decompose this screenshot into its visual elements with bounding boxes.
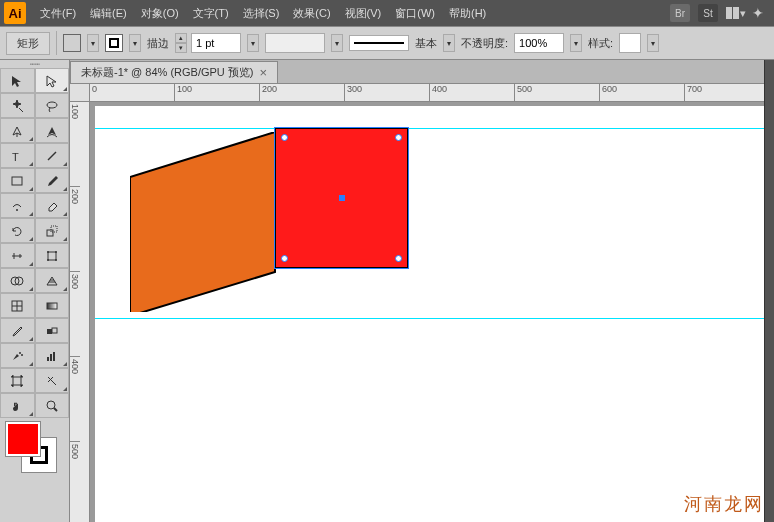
selection-handle[interactable]: [281, 134, 288, 141]
svg-rect-3: [12, 177, 22, 185]
free-transform-tool[interactable]: [35, 243, 70, 268]
selection-center-icon[interactable]: [339, 195, 345, 201]
mesh-tool[interactable]: [0, 293, 35, 318]
app-logo-icon: Ai: [4, 2, 26, 24]
eyedropper-tool[interactable]: [0, 318, 35, 343]
tab-close-icon[interactable]: ×: [260, 65, 268, 80]
variable-width-profile[interactable]: [265, 33, 325, 53]
orange-polygon-shape[interactable]: [130, 132, 280, 312]
color-picker[interactable]: [0, 418, 69, 470]
menu-edit[interactable]: 编辑(E): [84, 3, 133, 24]
type-tool[interactable]: T: [0, 143, 35, 168]
bridge-icon[interactable]: Br: [670, 4, 690, 22]
arrange-docs-icon[interactable]: ▾: [726, 7, 744, 19]
ruler-origin[interactable]: [70, 84, 90, 102]
svg-rect-15: [47, 303, 57, 309]
svg-rect-20: [47, 357, 49, 361]
magic-wand-tool[interactable]: [0, 93, 35, 118]
gpu-icon[interactable]: ✦: [752, 5, 764, 21]
ruler-tick: 300: [345, 84, 430, 101]
symbol-sprayer-tool[interactable]: [0, 343, 35, 368]
opacity-dropdown-icon[interactable]: ▾: [570, 34, 582, 52]
selection-bounding-box[interactable]: [274, 127, 409, 269]
menu-help[interactable]: 帮助(H): [443, 3, 492, 24]
shape-builder-tool[interactable]: [0, 268, 35, 293]
opacity-input[interactable]: [514, 33, 564, 53]
eraser-tool[interactable]: [35, 193, 70, 218]
paintbrush-tool[interactable]: [35, 168, 70, 193]
toolbox-grip-icon[interactable]: ┅┅: [0, 60, 69, 68]
menu-select[interactable]: 选择(S): [237, 3, 286, 24]
svg-point-4: [16, 209, 18, 211]
menu-effect[interactable]: 效果(C): [287, 3, 336, 24]
artboard-tool[interactable]: [0, 368, 35, 393]
menu-type[interactable]: 文字(T): [187, 3, 235, 24]
ruler-tick: 600: [600, 84, 685, 101]
vwp-dropdown-icon[interactable]: ▾: [331, 34, 343, 52]
tab-active[interactable]: 未标题-1* @ 84% (RGB/GPU 预览) ×: [70, 61, 278, 83]
line-tool[interactable]: [35, 143, 70, 168]
blend-tool[interactable]: [35, 318, 70, 343]
ruler-tick: 100: [70, 102, 80, 187]
hand-tool[interactable]: [0, 393, 35, 418]
ruler-tick: 200: [260, 84, 345, 101]
gradient-tool[interactable]: [35, 293, 70, 318]
stroke-up-icon[interactable]: ▴: [175, 33, 187, 43]
brush-dropdown-icon[interactable]: ▾: [443, 34, 455, 52]
svg-point-18: [19, 352, 21, 354]
menu-window[interactable]: 窗口(W): [389, 3, 441, 24]
style-label: 样式:: [588, 36, 613, 51]
stroke-width-dropdown-icon[interactable]: ▾: [247, 34, 259, 52]
direct-selection-tool[interactable]: [35, 68, 70, 93]
ruler-horizontal[interactable]: 0 100 200 300 400 500 600 700: [90, 84, 774, 102]
scale-tool[interactable]: [35, 218, 70, 243]
tab-title: 未标题-1* @ 84% (RGB/GPU 预览): [81, 65, 254, 80]
guide-horizontal[interactable]: [95, 128, 774, 129]
selection-handle[interactable]: [395, 134, 402, 141]
column-graph-tool[interactable]: [35, 343, 70, 368]
pen-tool[interactable]: [0, 118, 35, 143]
zoom-tool[interactable]: [35, 393, 70, 418]
fill-swatch[interactable]: [63, 34, 81, 52]
svg-line-25: [54, 408, 57, 411]
shaper-tool[interactable]: [0, 193, 35, 218]
guide-horizontal[interactable]: [95, 318, 774, 319]
canvas-area[interactable]: 0 100 200 300 400 500 600 700 100 200 30…: [70, 84, 774, 522]
svg-rect-21: [50, 354, 52, 361]
svg-point-19: [21, 354, 23, 356]
perspective-grid-tool[interactable]: [35, 268, 70, 293]
artboard[interactable]: [95, 106, 774, 522]
slice-tool[interactable]: [35, 368, 70, 393]
svg-rect-6: [51, 226, 57, 232]
selection-handle[interactable]: [395, 255, 402, 262]
menu-view[interactable]: 视图(V): [339, 3, 388, 24]
stroke-swatch[interactable]: [105, 34, 123, 52]
stock-icon[interactable]: St: [698, 4, 718, 22]
stroke-width-input[interactable]: [191, 33, 241, 53]
right-panel-dock[interactable]: [764, 60, 774, 522]
stroke-down-icon[interactable]: ▾: [175, 43, 187, 53]
fill-dropdown-icon[interactable]: ▾: [87, 34, 99, 52]
selection-handle[interactable]: [281, 255, 288, 262]
selection-tool[interactable]: [0, 68, 35, 93]
svg-rect-7: [48, 252, 56, 260]
width-tool[interactable]: [0, 243, 35, 268]
menu-file[interactable]: 文件(F): [34, 3, 82, 24]
svg-point-12: [11, 277, 19, 285]
style-swatch[interactable]: [619, 33, 641, 53]
menu-object[interactable]: 对象(O): [135, 3, 185, 24]
svg-rect-17: [52, 328, 57, 333]
control-bar: 矩形 ▾ ▾ 描边 ▴▾ ▾ ▾ 基本 ▾ 不透明度: ▾ 样式: ▾: [0, 26, 774, 60]
svg-rect-23: [13, 377, 21, 385]
curvature-tool[interactable]: [35, 118, 70, 143]
stroke-label: 描边: [147, 36, 169, 51]
ruler-vertical[interactable]: 100 200 300 400 500: [70, 102, 90, 522]
fill-color-swatch[interactable]: [6, 422, 40, 456]
brush-preview[interactable]: [349, 35, 409, 51]
lasso-tool[interactable]: [35, 93, 70, 118]
svg-rect-14: [12, 301, 22, 311]
rotate-tool[interactable]: [0, 218, 35, 243]
stroke-dropdown-icon[interactable]: ▾: [129, 34, 141, 52]
style-dropdown-icon[interactable]: ▾: [647, 34, 659, 52]
rectangle-tool[interactable]: [0, 168, 35, 193]
